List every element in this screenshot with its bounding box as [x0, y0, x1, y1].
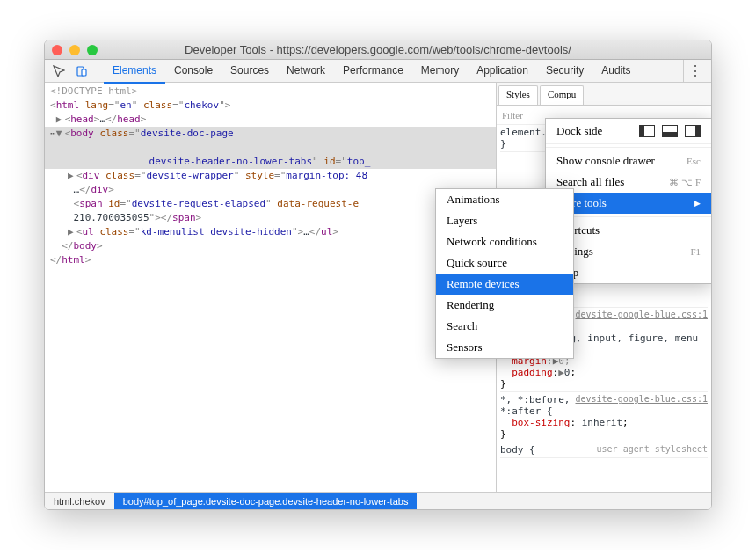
tab-application[interactable]: Application: [468, 59, 537, 84]
inspect-element-icon[interactable]: [50, 62, 68, 80]
tab-memory[interactable]: Memory: [412, 59, 468, 84]
crumb-body[interactable]: body#top_of_page.devsite-doc-page.devsit…: [114, 493, 418, 509]
svg-rect-1: [82, 69, 86, 76]
filter-input[interactable]: Filter: [502, 110, 523, 120]
elements-panel[interactable]: <!DOCTYPE html> <html lang="en" class="c…: [45, 83, 497, 509]
device-toolbar-icon[interactable]: [73, 62, 91, 80]
dom-node-body[interactable]: ⋯▼<body class="devsite-doc-page: [45, 127, 496, 141]
dom-node-div[interactable]: ▶<div class="devsite-wrapper" style="mar…: [45, 169, 496, 183]
submenu-quick-source[interactable]: Quick source: [436, 252, 573, 274]
tab-sources[interactable]: Sources: [222, 59, 278, 84]
main-toolbar: Elements Console Sources Network Perform…: [45, 60, 711, 83]
submenu-network-conditions[interactable]: Network conditions: [436, 231, 573, 252]
css-rule-universal[interactable]: devsite-google-blue.css:1 *, *:before, *…: [500, 392, 708, 442]
dom-node-ul[interactable]: ▶<ul class="kd-menulist devsite-hidden">…: [45, 225, 496, 239]
css-rule-ua-body[interactable]: user agent stylesheet body {: [500, 442, 708, 458]
breadcrumb: html.chekov body#top_of_page.devsite-doc…: [45, 492, 711, 509]
dock-side-row: Dock side: [546, 119, 711, 144]
dom-node-span[interactable]: <span id="devsite-request-elapsed" data-…: [45, 197, 496, 211]
submenu-rendering[interactable]: Rendering: [436, 295, 573, 316]
main-content: <!DOCTYPE html> <html lang="en" class="c…: [45, 83, 711, 509]
more-tools-submenu: Animations Layers Network conditions Qui…: [435, 188, 574, 359]
dom-node-head[interactable]: ▶<head>…</head>: [45, 113, 496, 127]
submenu-animations[interactable]: Animations: [436, 189, 573, 210]
devtools-window: Developer Tools - https://developers.goo…: [44, 40, 712, 510]
submenu-layers[interactable]: Layers: [436, 210, 573, 231]
titlebar: Developer Tools - https://developers.goo…: [45, 40, 711, 60]
tab-audits[interactable]: Audits: [592, 59, 639, 84]
submenu-sensors[interactable]: Sensors: [436, 337, 573, 358]
dock-right-icon[interactable]: [685, 125, 701, 137]
submenu-search[interactable]: Search: [436, 316, 573, 337]
tab-security[interactable]: Security: [537, 59, 592, 84]
crumb-html[interactable]: html.chekov: [45, 493, 114, 509]
panel-tabs: Elements Console Sources Network Perform…: [104, 59, 640, 84]
dom-doctype: <!DOCTYPE html>: [50, 85, 137, 97]
submenu-remote-devices[interactable]: Remote devices: [436, 274, 573, 295]
dom-node-html[interactable]: <html lang="en" class="chekov">: [45, 99, 496, 113]
tab-elements[interactable]: Elements: [104, 59, 165, 84]
dock-bottom-icon[interactable]: [662, 125, 678, 137]
tab-console[interactable]: Console: [165, 59, 222, 84]
tab-performance[interactable]: Performance: [334, 59, 412, 84]
tab-styles[interactable]: Styles: [498, 85, 538, 105]
window-title: Developer Tools - https://developers.goo…: [45, 43, 711, 56]
tab-computed[interactable]: Compu: [540, 85, 584, 105]
tab-network[interactable]: Network: [278, 59, 334, 84]
menu-show-console[interactable]: Show console drawerEsc: [546, 150, 711, 172]
more-options-button[interactable]: ⋮: [683, 60, 706, 83]
dock-left-icon[interactable]: [639, 125, 655, 137]
